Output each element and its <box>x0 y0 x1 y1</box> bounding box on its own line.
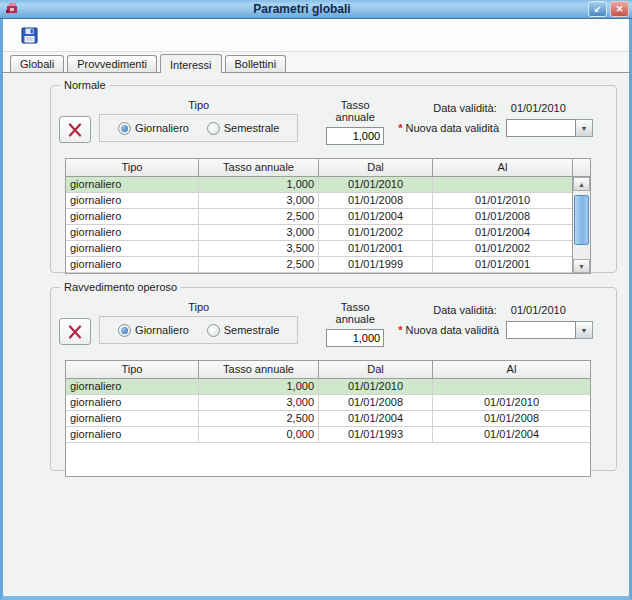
table-row[interactable]: giornaliero1,00001/01/2010 <box>66 379 590 395</box>
table-cell: 0,000 <box>199 427 319 442</box>
dropdown-button[interactable]: ▼ <box>576 321 593 339</box>
table-cell: giornaliero <box>66 225 199 240</box>
column-header-tipo[interactable]: Tipo <box>66 159 199 176</box>
tasso-annuale-field: Tasso annuale <box>326 99 384 145</box>
table-body: giornaliero1,00001/01/2010giornaliero3,0… <box>66 379 590 476</box>
save-button[interactable] <box>18 24 40 46</box>
table-cell: 1,000 <box>199 177 319 192</box>
rates-table: TipoTasso annualeDalAlgiornaliero1,00001… <box>65 360 591 477</box>
group-title: Normale <box>60 79 110 91</box>
table-row[interactable]: giornaliero1,00001/01/2010 <box>66 177 572 193</box>
nuova-data-validita-input[interactable] <box>506 119 576 137</box>
table-cell: 01/01/1999 <box>319 257 433 272</box>
scroll-down-icon: ▼ <box>578 263 585 270</box>
delete-rate-button[interactable] <box>59 116 91 143</box>
tab-bollettini[interactable]: Bollettini <box>225 55 287 72</box>
column-header-tipo[interactable]: Tipo <box>66 361 199 378</box>
table-cell: 01/01/2001 <box>319 241 433 256</box>
tipo-field: TipoGiornalieroSemestrale <box>99 301 298 344</box>
nuova-data-validita-combobox: ▼ <box>506 119 593 137</box>
table-cell: 01/01/2001 <box>433 257 572 272</box>
dropdown-button[interactable]: ▼ <box>576 119 593 137</box>
table-cell <box>433 379 590 394</box>
tab-interessi[interactable]: Interessi <box>160 54 222 73</box>
radio-semestrale[interactable]: Semestrale <box>207 122 280 135</box>
scrollbar-thumb[interactable] <box>574 195 589 245</box>
chevron-down-icon: ▼ <box>581 125 588 132</box>
scroll-down-button[interactable]: ▼ <box>573 259 590 273</box>
table-cell: giornaliero <box>66 395 199 410</box>
table-row[interactable]: giornaliero3,00001/01/200801/01/2010 <box>66 193 572 209</box>
table-cell <box>433 177 572 192</box>
scroll-up-button[interactable]: ▲ <box>573 177 590 191</box>
column-header-tasso-annuale[interactable]: Tasso annuale <box>199 361 319 378</box>
column-header-dal[interactable]: Dal <box>319 361 433 378</box>
table-cell: 01/01/2010 <box>319 379 433 394</box>
radio-button-icon <box>207 122 220 135</box>
tasso-annuale-input[interactable] <box>326 329 384 347</box>
table-header-row: TipoTasso annualeDalAl <box>66 361 590 379</box>
group-normale: NormaleTipoGiornalieroSemestraleTasso an… <box>50 85 617 273</box>
toolbar <box>3 19 629 52</box>
nuova-data-validita-input[interactable] <box>506 321 576 339</box>
tasso-annuale-input[interactable] <box>326 127 384 145</box>
delete-rate-button[interactable] <box>59 318 91 345</box>
column-header-al[interactable]: Al <box>433 361 590 378</box>
rate-form-row: TipoGiornalieroSemestraleTasso annualeDa… <box>51 288 616 347</box>
column-header-dal[interactable]: Dal <box>319 159 433 176</box>
table-cell: 3,000 <box>199 193 319 208</box>
table-cell: giornaliero <box>66 241 199 256</box>
table-row[interactable]: giornaliero3,00001/01/200201/01/2004 <box>66 225 572 241</box>
scrollbar-track[interactable] <box>573 191 590 259</box>
table-row[interactable]: giornaliero3,00001/01/200801/01/2010 <box>66 395 590 411</box>
table-cell: 1,000 <box>199 379 319 394</box>
tasso-annuale-label: Tasso annuale <box>326 99 384 123</box>
radio-giornaliero[interactable]: Giornaliero <box>118 324 189 337</box>
parametri-globali-window: Parametri globali ↙ ✕ Globali Provvedime… <box>0 0 632 600</box>
table-cell: giornaliero <box>66 379 199 394</box>
close-button[interactable]: ✕ <box>610 1 629 17</box>
tipo-label: Tipo <box>99 99 298 111</box>
app-icon <box>5 2 19 16</box>
group-ravvedimento-operoso: Ravvedimento operosoTipoGiornalieroSemes… <box>50 287 617 471</box>
table-cell: giornaliero <box>66 427 199 442</box>
table-cell: 01/01/1993 <box>319 427 433 442</box>
table-cell: giornaliero <box>66 177 199 192</box>
data-validita-label: Data validità: <box>433 102 497 114</box>
tipo-field: TipoGiornalieroSemestrale <box>99 99 298 142</box>
table-rows: giornaliero1,00001/01/2010giornaliero3,0… <box>66 379 590 476</box>
tab-provvedimenti[interactable]: Provvedimenti <box>67 55 157 72</box>
table-row[interactable]: giornaliero2,50001/01/200401/01/2008 <box>66 411 590 427</box>
red-x-icon <box>67 123 83 137</box>
column-header-tasso-annuale[interactable]: Tasso annuale <box>199 159 319 176</box>
data-validita-label: Data validità: <box>433 304 497 316</box>
radio-button-icon <box>207 324 220 337</box>
column-header-al[interactable]: Al <box>433 159 573 176</box>
table-cell: 3,000 <box>199 225 319 240</box>
red-x-icon <box>67 325 83 339</box>
tasso-annuale-label: Tasso annuale <box>326 301 384 325</box>
data-validita-value: 01/01/2010 <box>511 304 566 316</box>
table-row[interactable]: giornaliero3,50001/01/200101/01/2002 <box>66 241 572 257</box>
validity-fields: Data validità:01/01/2010*Nuova data vali… <box>398 301 616 339</box>
save-floppy-icon <box>21 27 38 44</box>
validity-fields: Data validità:01/01/2010*Nuova data vali… <box>398 99 616 137</box>
radio-label: Giornaliero <box>135 324 189 336</box>
table-body: giornaliero1,00001/01/2010giornaliero3,0… <box>66 177 590 273</box>
radio-label: Giornaliero <box>135 122 189 134</box>
restore-button[interactable]: ↙ <box>588 1 607 17</box>
radio-button-icon <box>118 324 131 337</box>
radio-semestrale[interactable]: Semestrale <box>207 324 280 337</box>
radio-button-icon <box>118 122 131 135</box>
table-cell: 01/01/2010 <box>433 193 572 208</box>
tab-bar: Globali Provvedimenti Interessi Bolletti… <box>3 52 629 72</box>
vertical-scrollbar[interactable]: ▲▼ <box>572 177 590 273</box>
table-cell: 01/01/2002 <box>433 241 572 256</box>
table-row[interactable]: giornaliero2,50001/01/199901/01/2001 <box>66 257 572 273</box>
tab-globali[interactable]: Globali <box>10 55 64 72</box>
required-marker: * <box>398 122 402 134</box>
radio-giornaliero[interactable]: Giornaliero <box>118 122 189 135</box>
table-row[interactable]: giornaliero2,50001/01/200401/01/2008 <box>66 209 572 225</box>
table-cell: 01/01/2002 <box>319 225 433 240</box>
table-row[interactable]: giornaliero0,00001/01/199301/01/2004 <box>66 427 590 443</box>
